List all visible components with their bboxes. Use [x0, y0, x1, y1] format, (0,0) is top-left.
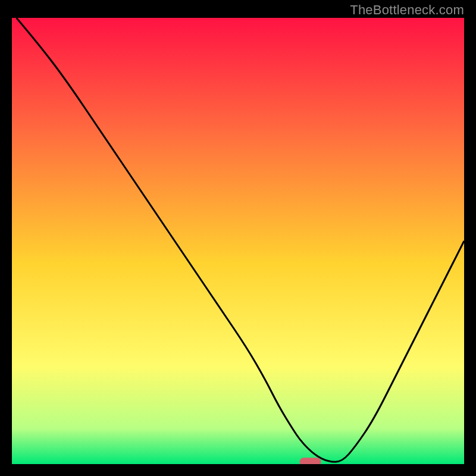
chart-frame: [12, 18, 464, 464]
optimal-marker: [300, 458, 321, 464]
watermark-text: TheBottleneck.com: [350, 2, 464, 18]
bottleneck-chart: [12, 18, 464, 464]
gradient-background: [12, 18, 464, 464]
